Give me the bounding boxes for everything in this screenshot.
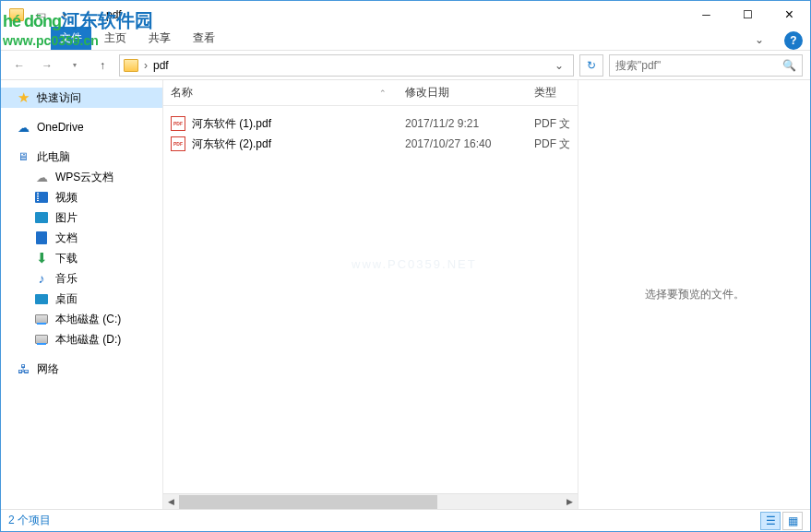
download-icon: ⬇ (34, 251, 49, 266)
view-icons-button[interactable]: ▦ (782, 512, 803, 530)
recent-dropdown-icon[interactable]: ▾ (64, 54, 86, 77)
statusbar: 2 个项目 ☰ ▦ (1, 509, 810, 531)
nav-label: 图片 (55, 210, 78, 226)
nav-desktop[interactable]: 桌面 (1, 289, 162, 309)
music-icon: ♪ (34, 271, 49, 286)
file-list: PDF 河东软件 (1).pdf 2017/11/2 9:21 PDF 文 PD… (163, 106, 578, 493)
document-icon (34, 231, 49, 245)
search-box[interactable]: 🔍 (609, 54, 803, 77)
wps-icon: ☁ (34, 170, 49, 184)
preview-pane: 选择要预览的文件。 (578, 80, 810, 509)
nav-label: 网络 (37, 361, 59, 377)
nav-music[interactable]: ♪ 音乐 (1, 268, 162, 289)
nav-videos[interactable]: 视频 (1, 187, 162, 207)
nav-onedrive[interactable]: ☁ OneDrive (1, 117, 162, 137)
nav-label: 此电脑 (37, 149, 70, 165)
up-button[interactable]: ↑ (91, 54, 113, 77)
status-item-count: 2 个项目 (8, 513, 51, 528)
nav-quick-access[interactable]: ★ 快速访问 (1, 88, 162, 108)
nav-label: 桌面 (55, 291, 78, 307)
breadcrumb-current[interactable]: pdf (153, 59, 169, 72)
video-icon (34, 190, 49, 205)
nav-label: 下载 (55, 251, 78, 266)
file-name: 河东软件 (2).pdf (192, 136, 405, 152)
refresh-button[interactable]: ↻ (579, 54, 603, 77)
nav-label: 本地磁盘 (C:) (55, 312, 121, 327)
folder-icon (124, 59, 138, 72)
file-row[interactable]: PDF 河东软件 (2).pdf 2017/10/27 16:40 PDF 文 (163, 134, 578, 154)
address-box[interactable]: › pdf ⌄ (119, 54, 574, 77)
file-row[interactable]: PDF 河东软件 (1).pdf 2017/11/2 9:21 PDF 文 (163, 113, 578, 134)
breadcrumb-sep: › (144, 59, 148, 72)
qat-dropdown-icon[interactable]: ▾ (54, 5, 75, 25)
tab-home[interactable]: 主页 (95, 27, 136, 50)
column-name[interactable]: 名称 ⌃ (171, 85, 405, 100)
file-date: 2017/11/2 9:21 (405, 117, 534, 130)
pdf-icon: PDF (171, 116, 185, 131)
addressbar: ← → ▾ ↑ › pdf ⌄ ↻ 🔍 (1, 51, 810, 80)
forward-button[interactable]: → (36, 54, 58, 77)
preview-empty-text: 选择要预览的文件。 (645, 287, 745, 302)
star-icon: ★ (16, 90, 30, 105)
cloud-icon: ☁ (16, 120, 30, 135)
nav-label: 视频 (55, 190, 78, 206)
nav-this-pc[interactable]: 🖥 此电脑 (1, 147, 162, 167)
nav-label: 文档 (55, 231, 78, 246)
nav-documents[interactable]: 文档 (1, 228, 162, 248)
nav-label: 本地磁盘 (D:) (55, 332, 121, 348)
desktop-icon (34, 291, 49, 306)
nav-wps[interactable]: ☁ WPS云文档 (1, 167, 162, 187)
network-icon: 🖧 (16, 361, 30, 376)
nav-pictures[interactable]: 图片 (1, 207, 162, 228)
quick-access-toolbar: ▭ ▾ | (6, 5, 99, 25)
view-details-button[interactable]: ☰ (760, 512, 781, 530)
column-date[interactable]: 修改日期 (405, 85, 534, 100)
file-date: 2017/10/27 16:40 (405, 137, 534, 150)
scroll-left-icon[interactable]: ◀ (163, 494, 179, 510)
folder-icon[interactable] (6, 5, 27, 25)
disk-icon (34, 312, 49, 326)
horizontal-scrollbar[interactable]: ◀ ▶ (163, 493, 578, 509)
column-headers: 名称 ⌃ 修改日期 类型 (163, 80, 578, 106)
disk-icon (34, 332, 49, 347)
nav-pane: ★ 快速访问 ☁ OneDrive 🖥 此电脑 ☁ WPS云文档 视频 图片 文… (1, 80, 163, 509)
titlebar: ▭ ▾ | pdf ─ ☐ × (1, 1, 810, 29)
nav-label: WPS云文档 (55, 170, 113, 185)
address-dropdown-icon[interactable]: ⌄ (549, 59, 569, 72)
close-button[interactable]: × (769, 2, 810, 28)
window-title: pdf (106, 8, 122, 21)
properties-icon[interactable]: ▭ (30, 5, 51, 25)
help-icon[interactable]: ? (784, 31, 803, 50)
nav-network[interactable]: 🖧 网络 (1, 359, 162, 379)
nav-label: 快速访问 (37, 90, 81, 106)
column-type[interactable]: 类型 (534, 85, 578, 100)
sort-indicator-icon: ⌃ (379, 89, 387, 98)
file-type: PDF 文 (534, 136, 570, 152)
tab-file[interactable]: 文件 (51, 27, 91, 50)
nav-downloads[interactable]: ⬇ 下载 (1, 248, 162, 268)
maximize-button[interactable]: ☐ (727, 2, 769, 28)
nav-label: OneDrive (37, 121, 84, 134)
nav-disk-c[interactable]: 本地磁盘 (C:) (1, 309, 162, 329)
search-input[interactable] (615, 59, 782, 72)
tab-share[interactable]: 共享 (139, 27, 180, 50)
picture-icon (34, 210, 49, 225)
file-list-pane: 名称 ⌃ 修改日期 类型 PDF 河东软件 (1).pdf 2017/11/2 … (163, 80, 578, 509)
pc-icon: 🖥 (16, 149, 30, 164)
file-name: 河东软件 (1).pdf (192, 116, 405, 132)
ribbon-expand-icon[interactable]: ⌄ (744, 30, 775, 50)
scrollbar-thumb[interactable] (179, 495, 437, 509)
search-icon[interactable]: 🔍 (782, 59, 796, 72)
tab-view[interactable]: 查看 (184, 27, 224, 50)
ribbon-tabs: 文件 主页 共享 查看 ⌄ ? (1, 29, 810, 51)
minimize-button[interactable]: ─ (686, 2, 727, 28)
nav-disk-d[interactable]: 本地磁盘 (D:) (1, 329, 162, 349)
back-button[interactable]: ← (8, 54, 30, 77)
pdf-icon: PDF (171, 136, 185, 151)
qat-separator: | (78, 5, 99, 25)
file-type: PDF 文 (534, 116, 570, 132)
scroll-right-icon[interactable]: ▶ (562, 494, 578, 510)
nav-label: 音乐 (55, 271, 78, 287)
